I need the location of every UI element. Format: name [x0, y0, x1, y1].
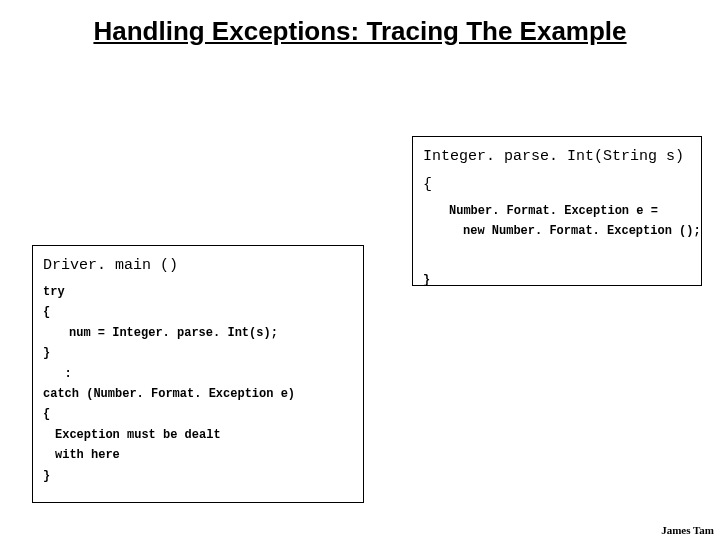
slide-title: Handling Exceptions: Tracing The Example: [0, 16, 720, 47]
code-line: }: [43, 466, 353, 486]
code-line: new Number. Format. Exception ();: [423, 221, 691, 241]
code-line: catch (Number. Format. Exception e): [43, 384, 353, 404]
code-line: }: [43, 343, 353, 363]
code-line: num = Integer. parse. Int(s);: [43, 323, 353, 343]
code-line: {: [43, 302, 353, 322]
code-line: try: [43, 282, 353, 302]
code-box-parseint: Integer. parse. Int(String s) { Number. …: [412, 136, 702, 286]
code-line: {: [43, 404, 353, 424]
author-footnote: James Tam: [661, 524, 714, 536]
method-signature: Integer. parse. Int(String s): [423, 145, 691, 169]
code-line: with here: [43, 445, 353, 465]
open-brace: {: [423, 173, 691, 197]
method-signature: Driver. main (): [43, 254, 353, 278]
code-line: Exception must be dealt: [43, 425, 353, 445]
code-box-driver: Driver. main () try { num = Integer. par…: [32, 245, 364, 503]
code-line: :: [43, 364, 353, 384]
code-line: Number. Format. Exception e =: [423, 201, 691, 221]
close-brace: }: [423, 270, 691, 290]
